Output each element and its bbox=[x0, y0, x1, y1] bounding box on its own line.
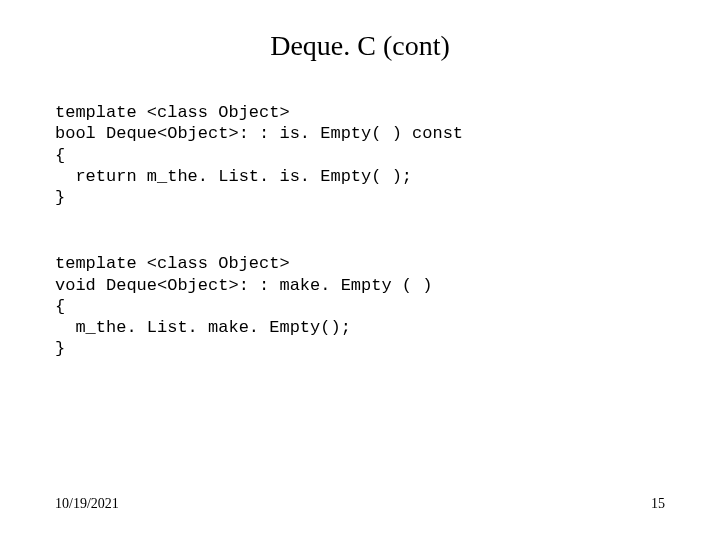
slide: Deque. C (cont) template <class Object> … bbox=[0, 0, 720, 540]
footer-date: 10/19/2021 bbox=[55, 496, 119, 512]
slide-title: Deque. C (cont) bbox=[55, 30, 665, 62]
footer-page-number: 15 bbox=[651, 496, 665, 512]
code-block-1: template <class Object> bool Deque<Objec… bbox=[55, 102, 665, 208]
code-block-2: template <class Object> void Deque<Objec… bbox=[55, 253, 665, 359]
